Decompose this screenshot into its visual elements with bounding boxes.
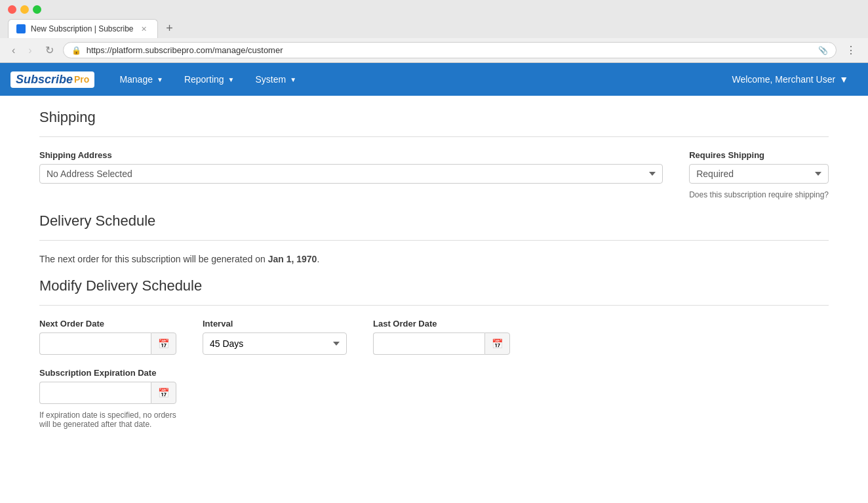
interval-label: Interval [203,319,347,329]
nav-system-label: System [255,74,286,85]
requires-shipping-group: Requires Shipping Required Optional Neve… [689,150,829,199]
new-tab-button[interactable]: + [161,20,179,38]
next-order-date-calendar-button[interactable]: 📅 [151,332,176,355]
manage-caret-icon: ▼ [157,76,163,83]
modify-delivery-section-title: Modify Delivery Schedule [39,277,829,294]
logo-box: Subscribe Pro [10,71,94,88]
last-order-date-group: Last Order Date 📅 [373,319,510,355]
last-order-date-input-group: 📅 [373,332,510,355]
address-text: https://platform.subscribepro.com/manage… [87,45,813,55]
expiration-date-calendar-button[interactable]: 📅 [151,382,176,404]
expiration-date-input[interactable] [39,382,151,404]
expiration-date-group: Subscription Expiration Date 📅 If expira… [39,368,176,429]
browser-chrome: New Subscription | Subscribe ✕ + ‹ › ↻ 🔒… [0,0,868,63]
delivery-info: The next order for this subscription wil… [39,254,829,264]
nav-system[interactable]: System ▼ [246,69,306,90]
system-caret-icon: ▼ [290,76,296,83]
nav-manage-label: Manage [119,74,153,85]
traffic-lights [8,5,41,14]
next-order-date-input-group: 📅 [39,332,176,355]
last-order-date-calendar-button[interactable]: 📅 [484,332,510,355]
tab-close-button[interactable]: ✕ [139,24,149,34]
last-order-date-input[interactable] [373,332,484,355]
next-order-date-group: Next Order Date 📅 [39,319,176,355]
tab-label: New Subscription | Subscribe [31,24,134,33]
close-window-button[interactable] [8,5,16,14]
address-bar-row: ‹ › ↻ 🔒 https://platform.subscribepro.co… [0,38,868,62]
maximize-window-button[interactable] [33,5,41,14]
shipping-section-title: Shipping [39,109,829,126]
extensions-icon: 📎 [818,46,828,55]
welcome-label: Welcome, Merchant User [732,74,835,85]
minimize-window-button[interactable] [20,5,29,14]
last-order-date-label: Last Order Date [373,319,510,329]
app-navbar: Subscribe Pro Manage ▼ Reporting ▼ Syste… [0,63,868,96]
modify-delivery-row1: Next Order Date 📅 Interval 1 Day 7 Days … [39,319,829,355]
nav-reporting-label: Reporting [184,74,224,85]
expiration-date-input-group: 📅 [39,382,176,404]
tab-favicon [16,24,26,33]
delivery-info-text: The next order for this subscription wil… [39,254,266,264]
requires-shipping-select[interactable]: Required Optional Never [689,164,829,184]
nav-reporting[interactable]: Reporting ▼ [175,69,244,90]
address-bar[interactable]: 🔒 https://platform.subscribepro.com/mana… [63,42,837,58]
modify-delivery-row2: Subscription Expiration Date 📅 If expira… [39,368,829,429]
reporting-caret-icon: ▼ [228,76,235,83]
forward-button[interactable]: › [24,43,35,58]
user-caret-icon: ▼ [839,74,848,85]
back-button[interactable]: ‹ [8,43,19,58]
tab-bar: New Subscription | Subscribe ✕ + [0,19,868,38]
interval-select[interactable]: 1 Day 7 Days 14 Days 30 Days 45 Days 60 … [203,332,347,355]
titlebar [0,0,868,19]
shipping-address-select[interactable]: No Address Selected [39,164,663,184]
expiration-date-hint: If expiration date is specified, no orde… [39,411,176,429]
reload-button[interactable]: ↻ [41,43,58,58]
shipping-address-label: Shipping Address [39,150,663,160]
nav-menu: Manage ▼ Reporting ▼ System ▼ [110,69,722,90]
interval-group: Interval 1 Day 7 Days 14 Days 30 Days 45… [203,319,347,355]
expiration-hint-line2: will be generated after that date. [39,420,151,429]
logo-pro: Pro [74,74,89,85]
nav-user[interactable]: Welcome, Merchant User ▼ [722,69,858,90]
lock-icon: 🔒 [71,46,81,55]
main-content: Shipping Shipping Address No Address Sel… [0,96,868,503]
expiration-date-label: Subscription Expiration Date [39,368,176,378]
logo-area[interactable]: Subscribe Pro [10,71,94,88]
next-order-date-input[interactable] [39,332,151,355]
delivery-info-date: Jan 1, 1970 [268,254,317,264]
browser-menu-button[interactable]: ⋮ [842,43,860,58]
delivery-info-period: . [317,254,319,264]
requires-shipping-label: Requires Shipping [689,150,829,160]
expiration-hint-line1: If expiration date is specified, no orde… [39,411,176,420]
shipping-divider [39,136,829,137]
requires-shipping-hint: Does this subscription require shipping? [689,190,829,199]
active-tab[interactable]: New Subscription | Subscribe ✕ [8,19,158,38]
shipping-address-group: Shipping Address No Address Selected [39,150,663,199]
nav-manage[interactable]: Manage ▼ [110,69,172,90]
shipping-form-row: Shipping Address No Address Selected Req… [39,150,829,199]
delivery-section-title: Delivery Schedule [39,212,829,230]
logo-subscribe: Subscribe [16,73,73,87]
modify-delivery-divider [39,305,829,306]
delivery-divider [39,240,829,241]
next-order-date-label: Next Order Date [39,319,176,329]
